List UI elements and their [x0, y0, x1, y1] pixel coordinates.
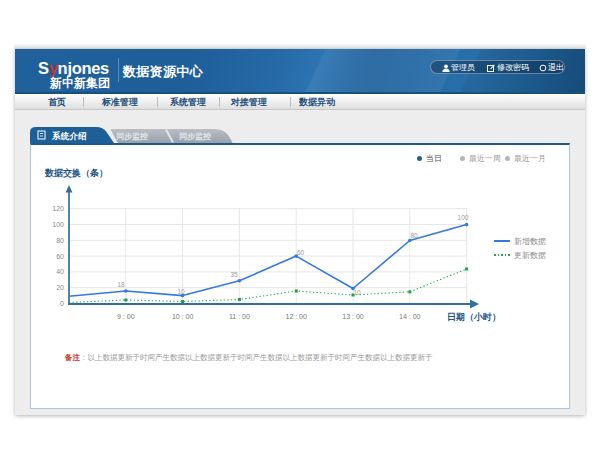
svg-text:35: 35 [230, 271, 238, 278]
svg-text:60: 60 [56, 253, 64, 260]
svg-text:13 : 00: 13 : 00 [342, 313, 364, 320]
svg-text:14 : 00: 14 : 00 [399, 313, 421, 320]
svg-text:120: 120 [52, 205, 64, 212]
svg-text:100: 100 [458, 214, 469, 221]
svg-text:10: 10 [177, 288, 185, 295]
svg-text:12 : 00: 12 : 00 [285, 313, 307, 320]
svg-text:40: 40 [56, 268, 64, 275]
svg-text:11 : 00: 11 : 00 [229, 313, 250, 320]
svg-text:20: 20 [56, 284, 64, 291]
svg-text:100: 100 [52, 221, 64, 228]
svg-text:10: 10 [353, 289, 361, 296]
svg-text:60: 60 [297, 249, 305, 256]
svg-text:18: 18 [117, 281, 125, 288]
svg-text:10 : 00: 10 : 00 [172, 313, 194, 320]
svg-text:9 : 00: 9 : 00 [117, 313, 135, 320]
svg-text:0: 0 [60, 300, 64, 307]
svg-text:80: 80 [56, 237, 64, 244]
svg-text:80: 80 [410, 232, 418, 239]
